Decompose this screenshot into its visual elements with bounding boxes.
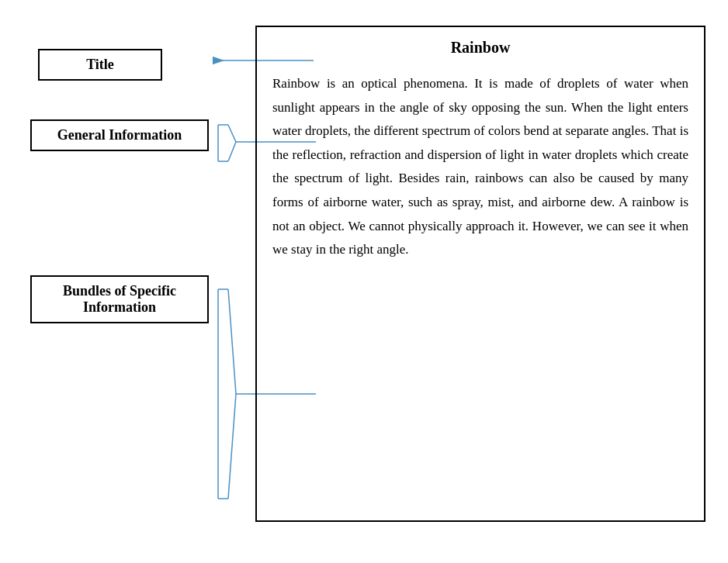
right-content: Rainbow Rainbow is an optical phenomena.… <box>255 26 705 522</box>
general-info-label: General Information <box>57 127 182 143</box>
content-title: Rainbow <box>272 39 688 60</box>
title-label: Title <box>86 57 114 72</box>
left-labels: Title General Information Bundles of Spe… <box>23 18 255 545</box>
content-body: Rainbow is an optical phenomena. It is m… <box>272 72 688 262</box>
diagram-container: Title General Information Bundles of Spe… <box>23 18 705 545</box>
bundles-label: Bundles of SpecificInformation <box>63 283 176 315</box>
bundles-box: Bundles of SpecificInformation <box>30 275 209 323</box>
general-info-box: General Information <box>30 119 209 151</box>
title-box: Title <box>38 49 162 81</box>
